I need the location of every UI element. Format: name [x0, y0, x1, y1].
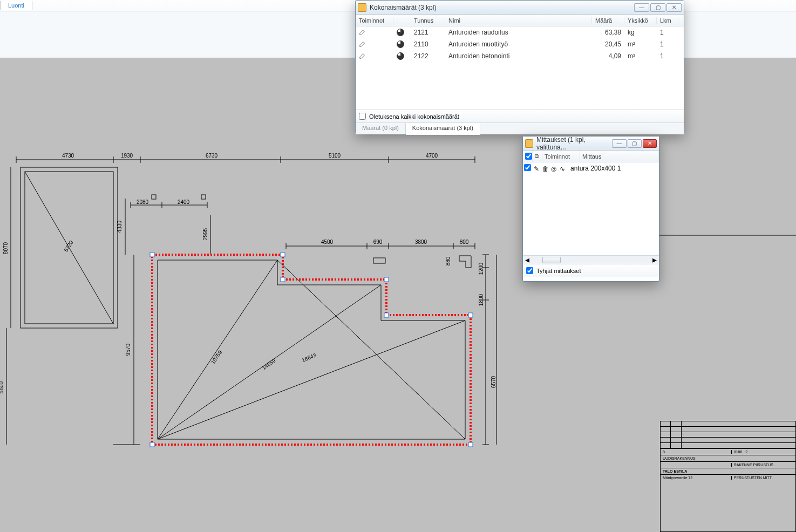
default-all-totals-checkbox[interactable] — [359, 113, 366, 120]
target-icon[interactable]: ◎ — [551, 165, 557, 172]
cell-lkm: 1 — [657, 29, 678, 36]
col-nimi[interactable]: Nimi — [445, 17, 592, 24]
app-icon — [525, 139, 533, 148]
pie-icon — [397, 29, 404, 36]
svg-text:5100: 5100 — [329, 153, 341, 159]
cell-yksikko: m² — [624, 40, 657, 48]
svg-rect-34 — [468, 313, 473, 317]
svg-text:9570: 9570 — [125, 343, 131, 356]
svg-text:10759: 10759 — [210, 349, 223, 365]
col-mittaus[interactable]: Mittaus — [580, 151, 659, 162]
minimize-button[interactable]: — — [612, 139, 626, 148]
cell-nimi: Anturoiden raudoitus — [445, 29, 592, 36]
svg-text:14659: 14659 — [261, 358, 277, 371]
svg-text:880: 880 — [445, 256, 451, 265]
svg-rect-36 — [150, 442, 154, 447]
measurements-window-title: Mittaukset (1 kpl, valittuna... — [536, 136, 611, 151]
col-tunnus[interactable]: Tunnus — [411, 17, 445, 24]
filter-icon[interactable]: ⧉ — [535, 153, 539, 160]
dim-label: 4730 — [62, 153, 74, 159]
svg-line-27 — [158, 320, 465, 439]
edit-icon[interactable] — [359, 40, 366, 47]
minimize-button[interactable]: — — [634, 3, 649, 12]
measurements-list: ✎ 🗑 ◎ ∿ antura 200x400 1 — [523, 162, 659, 255]
svg-text:5600: 5600 — [0, 381, 4, 393]
selected-measurement-outline[interactable] — [152, 255, 471, 445]
edit-icon[interactable]: ✎ — [534, 165, 540, 172]
cell-maara: 4,09 — [592, 52, 624, 60]
svg-text:1800: 1800 — [478, 294, 484, 306]
svg-text:8070: 8070 — [3, 242, 9, 254]
svg-text:1930: 1930 — [121, 153, 133, 159]
svg-text:18643: 18643 — [301, 352, 317, 363]
totals-window-title: Kokonaismäärät (3 kpl) — [370, 4, 436, 11]
totals-window: Kokonaismäärät (3 kpl) — ▢ ✕ Toiminnot T… — [355, 0, 684, 134]
cell-tunnus: 2121 — [411, 29, 445, 36]
svg-text:3800: 3800 — [415, 239, 427, 245]
svg-rect-31 — [281, 277, 285, 282]
cell-maara: 63,38 — [592, 29, 624, 36]
list-item[interactable]: ✎ 🗑 ◎ ∿ antura 200x400 1 — [523, 162, 659, 174]
maximize-button[interactable]: ▢ — [628, 139, 642, 148]
cell-lkm: 1 — [657, 40, 678, 48]
scrollbar-thumb[interactable] — [542, 257, 561, 263]
col-toiminnot[interactable]: Toiminnot — [356, 17, 393, 24]
select-all-checkbox[interactable] — [525, 153, 532, 160]
tab-maarat[interactable]: Määrät (0 kpl) — [356, 123, 406, 134]
edit-icon[interactable] — [359, 28, 366, 36]
svg-text:6730: 6730 — [206, 153, 218, 159]
col-yksikko[interactable]: Yksikkö — [624, 17, 657, 24]
close-button[interactable]: ✕ — [666, 3, 682, 12]
cell-lkm: 1 — [657, 52, 678, 60]
empty-measurements-label: Tyhjät mittaukset — [536, 268, 581, 274]
maximize-button[interactable]: ▢ — [650, 3, 665, 12]
measurements-window: Mittaukset (1 kpl, valittuna... — ▢ ✕ ⧉ … — [522, 136, 659, 282]
horizontal-scrollbar[interactable]: ◂ ▸ — [523, 255, 659, 264]
table-row[interactable]: 2110Anturoiden muottityö20,45m²1 — [356, 38, 684, 50]
measurements-footer: Tyhjät mittaukset — [523, 264, 659, 277]
svg-text:2080: 2080 — [137, 199, 149, 205]
svg-rect-35 — [468, 442, 473, 447]
col-lkm[interactable]: Lkm — [657, 17, 678, 24]
cell-nimi: Anturoiden betonointi — [445, 52, 592, 60]
svg-text:2995: 2995 — [202, 228, 208, 240]
totals-footer: Oletuksena kaikki kokonaismäärät — [356, 110, 684, 122]
tab-luonti[interactable]: Luonti — [0, 1, 32, 10]
tab-kokonaismaarat[interactable]: Kokonaismäärät (3 kpl) — [406, 123, 480, 135]
svg-rect-11 — [201, 195, 206, 199]
svg-text:5720: 5720 — [63, 239, 74, 253]
pie-icon — [397, 52, 404, 60]
cell-nimi: Anturoiden muottityö — [445, 40, 592, 48]
app-icon — [358, 3, 366, 12]
col-maara[interactable]: Määrä — [592, 17, 624, 24]
row-checkbox[interactable] — [524, 164, 531, 171]
measurements-window-titlebar[interactable]: Mittaukset (1 kpl, valittuna... — ▢ ✕ — [523, 137, 659, 151]
table-row[interactable]: 2121Anturoiden raudoitus63,38kg1 — [356, 26, 684, 38]
drawing-title-block: 88188 2 UUDISRAKENNUS RAKENNE PIIRUSTUS … — [660, 421, 796, 532]
svg-text:1200: 1200 — [478, 262, 484, 275]
close-button[interactable]: ✕ — [643, 139, 657, 148]
empty-measurements-checkbox[interactable] — [526, 267, 533, 274]
svg-rect-29 — [150, 253, 154, 257]
svg-rect-30 — [281, 253, 285, 257]
cell-maara: 20,45 — [592, 40, 624, 48]
svg-text:2400: 2400 — [178, 199, 190, 205]
totals-window-titlebar[interactable]: Kokonaismäärät (3 kpl) — ▢ ✕ — [356, 1, 684, 15]
cell-yksikko: kg — [624, 29, 657, 36]
svg-rect-33 — [384, 313, 389, 317]
default-all-totals-label: Oletuksena kaikki kokonaismäärät — [369, 113, 459, 120]
link-icon[interactable]: ∿ — [560, 165, 566, 172]
table-row[interactable]: 2122Anturoiden betonointi4,09m³1 — [356, 50, 684, 62]
cell-tunnus: 2110 — [411, 40, 445, 48]
svg-text:4330: 4330 — [117, 220, 123, 233]
delete-icon[interactable]: 🗑 — [542, 165, 549, 172]
svg-text:690: 690 — [373, 239, 383, 245]
totals-grid-header: Toiminnot Tunnus Nimi Määrä Yksikkö Lkm — [356, 15, 684, 26]
totals-grid: Toiminnot Tunnus Nimi Määrä Yksikkö Lkm … — [356, 15, 684, 110]
pie-icon — [397, 40, 404, 48]
col-toiminnot[interactable]: Toiminnot — [542, 151, 580, 162]
cell-yksikko: m³ — [624, 52, 657, 60]
edit-icon[interactable] — [359, 52, 366, 59]
svg-text:6570: 6570 — [491, 376, 496, 388]
svg-text:4700: 4700 — [426, 153, 438, 159]
